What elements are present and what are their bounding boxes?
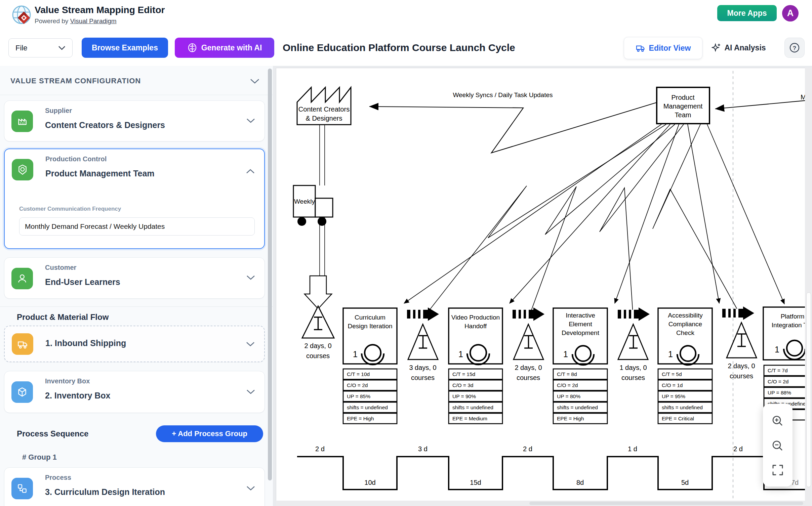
svg-text:Check: Check [676,329,694,336]
sparkles-icon [712,43,721,52]
card-category: Process [45,474,71,481]
browse-examples-button[interactable]: Browse Examples [82,38,168,58]
clipped-label: M [801,93,805,101]
svg-text:Team: Team [675,111,691,119]
chevron-down-icon[interactable] [246,275,255,280]
svg-text:2 days, 0: 2 days, 0 [515,364,542,371]
sidebar: VALUE STREAM CONFIGURATION Supplier Cont… [0,66,273,506]
canvas-horizontal-scrollbar-thumb[interactable] [529,502,803,505]
zoom-out-icon[interactable] [771,439,784,453]
svg-text:3 d: 3 d [418,445,428,453]
process-box-1[interactable]: Curriculum Design Iteration 1 [343,308,397,365]
help-button[interactable]: ? [784,38,805,58]
process-box-2[interactable]: Video Production Handoff 1 [449,308,502,365]
svg-text:2 d: 2 d [733,445,743,453]
data-box-1: C/T = 10d C/O = 2d UP = 85% shifts = und… [343,369,397,424]
data-box-2: C/T = 15d C/O = 3d UP = 90% shifts = und… [449,369,502,424]
pmt-manual-info-arrows [404,124,784,304]
sidebar-card-process[interactable]: Process 3. Curriculum Design Iteration [4,467,265,506]
chevron-down-icon[interactable] [246,389,255,394]
svg-text:C/T = 10d: C/T = 10d [347,371,370,377]
communication-frequency-input[interactable] [19,217,255,236]
inventory-triangle-5[interactable]: 2 days, 0 courses [727,323,757,380]
svg-text:Development: Development [562,329,600,336]
svg-text:5d: 5d [681,479,689,486]
cube-icon [11,381,33,403]
svg-text:1: 1 [353,349,358,359]
svg-text:courses: courses [517,374,540,381]
powered-by: Powered by Visual Paradigm [35,17,117,25]
svg-text:8d: 8d [576,479,584,486]
avatar[interactable]: A [782,5,799,22]
fullscreen-icon[interactable] [772,464,784,476]
sidebar-card-supplier[interactable]: Supplier Content Creators & Designers [4,100,265,141]
flow-section-heading: Product & Material Flow [17,312,109,322]
svg-text:1 d: 1 d [628,445,637,453]
ai-analysis-button[interactable]: AI Analysis [705,37,772,58]
sidebar-card-production-control[interactable]: Production Control Product Management Te… [4,149,265,249]
svg-text:shifts = undefined: shifts = undefined [662,405,703,410]
app-title: Value Stream Mapping Editor [35,5,165,15]
svg-text:Curriculum: Curriculum [355,314,385,321]
canvas-horizontal-scrollbar[interactable] [276,501,805,506]
generate-ai-label: Generate with AI [201,43,262,52]
svg-text:Weekly Syncs / Daily Task Upda: Weekly Syncs / Daily Task Updates [453,91,553,98]
sidebar-card-inventory-box[interactable]: Inventory Box 2. Inventory Box [4,371,265,413]
add-process-group-button[interactable]: + Add Process Group [156,425,263,442]
card-category: Customer [45,264,76,271]
svg-text:2 days, 0: 2 days, 0 [304,342,331,349]
card-category: Supplier [45,107,72,115]
person-icon [11,268,33,289]
chevron-down-icon[interactable] [246,486,255,491]
process-box-5[interactable]: Platform Integration Tes 1 [763,307,805,360]
diagram-canvas[interactable]: Weekly Syncs / Daily Task Updates M [276,68,805,501]
svg-text:Accessibility: Accessibility [668,312,703,319]
inventory-triangle-3[interactable]: 2 days, 0 courses [514,324,543,381]
push-arrow-3 [618,307,650,321]
visual-paradigm-link[interactable]: Visual Paradigm [70,17,117,25]
sidebar-section-header[interactable]: VALUE STREAM CONFIGURATION [0,66,273,95]
timeline-ladder: 2 d 3 d 2 d 1 d 2 d 10d 15d 8d 5d 7d [297,445,805,490]
data-box-4: C/T = 5d C/O = 1d UP = 95% shifts = unde… [658,369,712,424]
svg-text:1 days, 0: 1 days, 0 [619,364,647,371]
svg-text:C/T = 7d: C/T = 7d [768,368,788,373]
svg-text:UP = 88%: UP = 88% [768,390,791,395]
canvas-vertical-scrollbar-thumb[interactable] [806,292,811,487]
app-header: Value Stream Mapping Editor Powered by V… [0,0,812,31]
inventory-triangle-4[interactable]: 1 days, 0 courses [618,324,648,381]
sidebar-card-customer[interactable]: Customer End-User Learners [4,257,265,299]
info-arrow-weekly-syncs[interactable]: Weekly Syncs / Daily Task Updates [369,91,657,153]
pmt-electronic-info-arrows [423,124,741,319]
truck-shipment[interactable]: Weekly [293,185,333,226]
more-apps-button[interactable]: More Apps [717,5,777,21]
chevron-up-icon[interactable] [246,169,255,174]
process-box-3[interactable]: Interactive Element Development 1 [553,308,607,365]
question-icon: ? [789,42,800,53]
file-menu[interactable]: File [8,38,73,57]
svg-text:C/O = 2d: C/O = 2d [768,379,788,384]
generate-ai-button[interactable]: Generate with AI [175,38,274,58]
production-control-box[interactable]: Product Management Team [657,87,709,124]
svg-text:?: ? [793,45,796,51]
chevron-down-icon [58,46,66,50]
inventory-triangle-2[interactable]: 3 days, 0 courses [408,324,438,381]
chevron-down-icon[interactable] [246,118,255,123]
powered-by-prefix: Powered by [35,17,68,25]
chevron-down-icon[interactable] [246,342,255,347]
svg-text:UP = 90%: UP = 90% [452,393,476,399]
zoom-in-icon[interactable] [771,414,784,428]
svg-text:Video Production: Video Production [451,314,500,321]
sidebar-section-title: VALUE STREAM CONFIGURATION [10,77,141,85]
sidebar-scrollbar[interactable] [268,69,272,480]
file-menu-label: File [15,44,27,52]
svg-text:shifts = undefined: shifts = undefined [347,405,388,410]
process-box-4[interactable]: Accessibility Compliance Check 1 [658,308,712,365]
chevron-down-icon[interactable] [250,79,259,84]
editor-view-button[interactable]: Editor View [624,37,702,59]
svg-text:Design Iteration: Design Iteration [348,323,392,330]
inventory-triangle-1[interactable]: 2 days, 0 courses [302,306,334,360]
info-arrow-from-right[interactable]: M [715,93,805,109]
supplier-factory[interactable]: Content Creators & Designers [297,87,351,125]
editor-view-label: Editor View [649,44,691,53]
sidebar-card-inbound-shipping[interactable]: 1. Inbound Shipping [4,326,265,362]
